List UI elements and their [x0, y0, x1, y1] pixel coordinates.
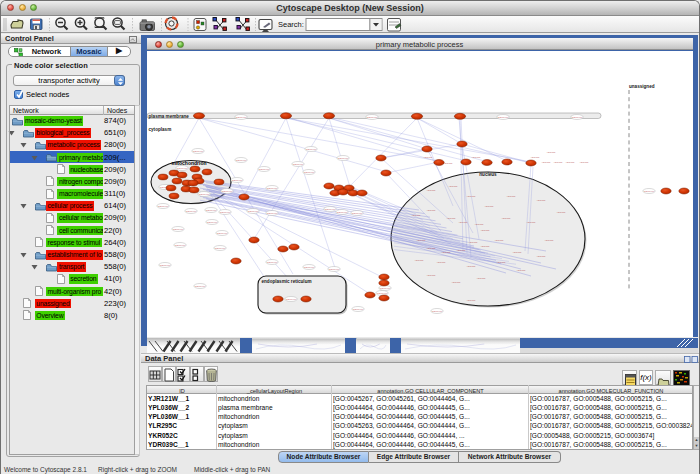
svg-text:YDR45C: YDR45C	[506, 195, 515, 197]
svg-text:GO:00446: GO:00446	[231, 179, 242, 181]
svg-text:YDR45C: YDR45C	[451, 281, 460, 283]
svg-text:GO:00446: GO:00446	[376, 292, 387, 294]
svg-text:YDR45C: YDR45C	[536, 255, 545, 257]
svg-text:YDR45C: YDR45C	[476, 277, 485, 279]
svg-text:GO:00446: GO:00446	[431, 310, 442, 312]
svg-text:YDR45C: YDR45C	[466, 265, 475, 267]
svg-text:YDR45C: YDR45C	[426, 189, 435, 191]
svg-text:YDR45C: YDR45C	[411, 214, 420, 216]
svg-text:YDR45C: YDR45C	[446, 217, 455, 219]
svg-text:YDR45C: YDR45C	[423, 156, 432, 158]
svg-text:YDR45C: YDR45C	[546, 151, 555, 153]
svg-text:GO:00446: GO:00446	[216, 232, 227, 234]
svg-text:YDR45C: YDR45C	[426, 209, 435, 211]
svg-text:GO:00446: GO:00446	[336, 211, 347, 213]
svg-text:YDR45C: YDR45C	[556, 211, 565, 213]
svg-text:YDR45C: YDR45C	[426, 274, 435, 276]
svg-text:GO:00446: GO:00446	[235, 116, 246, 118]
svg-text:YDR45C: YDR45C	[496, 261, 505, 263]
svg-text:YDR45C: YDR45C	[466, 299, 475, 301]
svg-text:YDR45C: YDR45C	[536, 199, 545, 201]
svg-text:YDR45C: YDR45C	[526, 221, 535, 223]
svg-text:YDR45C: YDR45C	[516, 269, 525, 271]
svg-text:GO:00446: GO:00446	[176, 167, 187, 169]
svg-text:GO:00446: GO:00446	[192, 150, 203, 152]
svg-text:GO:00446: GO:00446	[159, 264, 170, 266]
svg-text:YDR45C: YDR45C	[416, 239, 425, 241]
svg-text:GO:00446: GO:00446	[303, 266, 314, 268]
svg-text:YDR45C: YDR45C	[530, 156, 539, 158]
svg-text:GO:00446: GO:00446	[235, 159, 246, 161]
svg-text:YDR45C: YDR45C	[458, 221, 467, 223]
svg-text:YDR45C: YDR45C	[436, 261, 445, 263]
svg-text:GO:00446: GO:00446	[221, 190, 232, 192]
svg-text:GO:00446: GO:00446	[206, 221, 217, 223]
svg-text:GO:00446: GO:00446	[266, 261, 277, 263]
svg-text:YDR45C: YDR45C	[484, 205, 493, 207]
svg-text:GO:00446: GO:00446	[352, 308, 363, 310]
svg-text:unassigned: unassigned	[629, 84, 655, 89]
svg-text:GO:00446: GO:00446	[198, 193, 209, 195]
svg-text:plasma membrane: plasma membrane	[148, 114, 189, 119]
svg-text:YDR45C: YDR45C	[426, 247, 435, 249]
svg-text:YDR45C: YDR45C	[443, 162, 452, 164]
svg-text:Search:: Search:	[278, 20, 304, 29]
svg-text:GO:00446: GO:00446	[285, 298, 296, 300]
svg-text:GO:00446: GO:00446	[366, 116, 377, 118]
svg-text:GO:00446: GO:00446	[219, 211, 230, 213]
svg-text:GO:00446: GO:00446	[214, 247, 225, 249]
svg-text:GO:00446: GO:00446	[571, 116, 582, 118]
svg-text:GO:00446: GO:00446	[266, 212, 277, 214]
svg-text:YDR45C: YDR45C	[480, 245, 489, 247]
svg-text:YDR45C: YDR45C	[544, 239, 553, 241]
svg-text:GO:00446: GO:00446	[157, 205, 168, 207]
svg-text:mitochondrion: mitochondrion	[171, 160, 206, 166]
svg-text:GO:00446: GO:00446	[172, 228, 183, 230]
svg-text:endoplasmic reticulum: endoplasmic reticulum	[261, 279, 311, 284]
svg-text:nucleus: nucleus	[479, 172, 497, 177]
svg-text:YDR45C: YDR45C	[579, 161, 588, 163]
svg-text:YDR45C: YDR45C	[541, 161, 550, 163]
svg-text:YDR45C: YDR45C	[468, 241, 477, 243]
svg-text:GO:00446: GO:00446	[247, 210, 258, 212]
svg-text:YDR45C: YDR45C	[474, 223, 483, 225]
svg-text:YDR45C: YDR45C	[441, 251, 450, 253]
svg-text:GO:00446: GO:00446	[305, 148, 316, 150]
svg-text:GO:00446: GO:00446	[292, 163, 303, 165]
svg-text:YDR45C: YDR45C	[501, 217, 510, 219]
svg-text:GO:00446: GO:00446	[497, 116, 508, 118]
svg-text:GO:00446: GO:00446	[303, 171, 314, 173]
svg-text:GO:00446: GO:00446	[194, 285, 205, 287]
svg-text:YDR45C: YDR45C	[456, 249, 465, 251]
svg-text:GO:00446: GO:00446	[324, 208, 335, 210]
svg-text:YDR45C: YDR45C	[414, 259, 423, 261]
svg-text:YDR45C: YDR45C	[565, 161, 574, 163]
svg-text:GO:00446: GO:00446	[258, 168, 269, 170]
svg-text:YDR45C: YDR45C	[494, 239, 503, 241]
svg-text:GO:00446: GO:00446	[185, 210, 196, 212]
svg-text:GO:00446: GO:00446	[337, 157, 348, 159]
svg-text:GO:00446: GO:00446	[205, 209, 216, 211]
svg-text:YDR45C: YDR45C	[466, 195, 475, 197]
svg-text:YDR45C: YDR45C	[471, 156, 480, 158]
svg-text:YDR45C: YDR45C	[448, 185, 457, 187]
svg-text:GO:00446: GO:00446	[266, 187, 277, 189]
svg-text:GO:00446: GO:00446	[328, 268, 339, 270]
svg-text:GO:00446: GO:00446	[351, 212, 362, 214]
svg-text:GO:00446: GO:00446	[379, 287, 390, 289]
svg-text:YDR45C: YDR45C	[553, 161, 562, 163]
svg-text:GO:00446: GO:00446	[643, 190, 654, 192]
svg-text:cytoplasm: cytoplasm	[148, 127, 171, 132]
svg-text:YDR45C: YDR45C	[512, 251, 521, 253]
svg-text:GO:00446: GO:00446	[174, 244, 185, 246]
svg-text:YDR45C: YDR45C	[480, 229, 489, 231]
